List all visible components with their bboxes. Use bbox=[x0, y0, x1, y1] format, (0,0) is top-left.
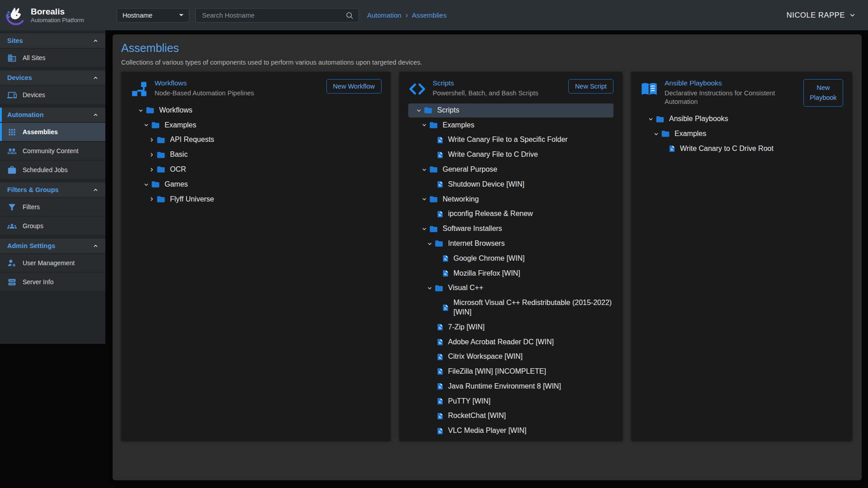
tree-folder-games[interactable]: Games bbox=[130, 178, 382, 192]
breadcrumb-assemblies[interactable]: Assemblies bbox=[412, 11, 447, 19]
tree-file-citrix-workspace-win[interactable]: Citrix Workspace [WIN] bbox=[408, 350, 613, 364]
tree-file-mozilla-firefox-win[interactable]: Mozilla Firefox [WIN] bbox=[408, 267, 613, 281]
tree-node-label: Examples bbox=[443, 121, 474, 130]
chevron-down-icon[interactable] bbox=[646, 115, 656, 124]
tree-file-google-chrome-win[interactable]: Google Chrome [WIN] bbox=[408, 252, 613, 266]
breadcrumb-automation[interactable]: Automation bbox=[367, 11, 401, 19]
tree-folder-ansible-playbooks[interactable]: Ansible Playbooks bbox=[640, 112, 843, 126]
sidebar-section-header-sites[interactable]: Sites bbox=[0, 33, 105, 48]
hostname-filter-select[interactable]: Hostname bbox=[117, 8, 189, 23]
tree-file-java-runtime-environment-8-win[interactable]: Java Runtime Environment 8 [WIN] bbox=[408, 380, 613, 394]
sidebar-item-groups[interactable]: Groups bbox=[0, 217, 105, 235]
chevron-down-icon[interactable] bbox=[425, 239, 434, 248]
chevron-down-icon[interactable] bbox=[425, 284, 434, 293]
tree-folder-api-requests[interactable]: API Requests bbox=[130, 133, 382, 147]
tree-node-label: Scripts bbox=[437, 106, 459, 115]
sidebar-item-server-info[interactable]: Server Info bbox=[0, 273, 105, 291]
tree-node-label: General Purpose bbox=[443, 165, 497, 174]
sidebar-item-label: Community Content bbox=[23, 147, 79, 155]
search-input[interactable] bbox=[201, 11, 345, 19]
tree-folder-networking[interactable]: Networking bbox=[408, 192, 613, 206]
tree-folder-internet-browsers[interactable]: Internet Browsers bbox=[408, 237, 613, 251]
sidebar-section-header-devices[interactable]: Devices bbox=[0, 70, 105, 85]
chevron-down-icon[interactable] bbox=[419, 165, 429, 174]
folder-icon bbox=[429, 225, 438, 234]
chevron-right-icon[interactable] bbox=[146, 136, 156, 145]
folder-icon bbox=[156, 136, 165, 145]
chevron-down-icon[interactable] bbox=[419, 195, 429, 204]
sidebar-item-devices[interactable]: Devices bbox=[0, 86, 105, 104]
sidebar-section-header-admin-settings[interactable]: Admin Settings bbox=[0, 239, 105, 253]
tree-file-filezilla-win-incomplete[interactable]: FileZilla [WIN] [INCOMPLETE] bbox=[408, 365, 613, 379]
sidebar-item-label: Scheduled Jobs bbox=[23, 166, 68, 174]
tree-file-adobe-acrobat-reader-dc-win[interactable]: Adobe Acrobat Reader DC [WIN] bbox=[408, 335, 613, 349]
sidebar-item-scheduled-jobs[interactable]: Scheduled Jobs bbox=[0, 161, 105, 179]
tree-file-write-canary-to-c-drive-root[interactable]: Write Canary to C Drive Root bbox=[640, 142, 843, 156]
tree-folder-scripts[interactable]: Scripts bbox=[408, 103, 613, 117]
tree-folder-general-purpose[interactable]: General Purpose bbox=[408, 163, 613, 177]
file-icon bbox=[436, 338, 444, 347]
tree-file-shutdown-device-win[interactable]: Shutdown Device [WIN] bbox=[408, 178, 613, 192]
tree-folder-software-installers[interactable]: Software Installers bbox=[408, 222, 613, 236]
chevron-down-icon[interactable] bbox=[419, 121, 429, 130]
folder-icon bbox=[156, 195, 165, 204]
tree-file-putty-win[interactable]: PuTTY [WIN] bbox=[408, 394, 613, 408]
tree-folder-ocr[interactable]: OCR bbox=[130, 163, 382, 177]
tree-folder-examples[interactable]: Examples bbox=[130, 118, 382, 132]
chevron-down-icon[interactable] bbox=[651, 129, 661, 138]
chevron-right-icon[interactable] bbox=[146, 195, 156, 204]
chevron-down-icon[interactable] bbox=[414, 106, 424, 115]
folder-icon bbox=[156, 150, 165, 160]
tree-file-write-canary-file-to-a-specific-folder[interactable]: Write Canary File to a Specific Folder bbox=[408, 133, 613, 147]
sidebar-section-header-automation[interactable]: Automation bbox=[0, 108, 105, 122]
tree-node-label: VLC Media Player [WIN] bbox=[448, 426, 526, 436]
tree-folder-examples[interactable]: Examples bbox=[640, 127, 843, 141]
file-icon bbox=[436, 136, 444, 145]
brand: Borealis Automation Platform bbox=[0, 5, 105, 26]
chevron-right-icon: › bbox=[406, 12, 408, 19]
sidebar-item-filters[interactable]: Filters bbox=[0, 198, 105, 216]
sidebar-item-label: Assemblies bbox=[23, 128, 58, 136]
tree-node-label: ipconfig Release & Renew bbox=[448, 209, 533, 219]
tree-folder-workflows[interactable]: Workflows bbox=[130, 103, 382, 117]
sidebar-section-header-filters-groups[interactable]: Filters & Groups bbox=[0, 183, 105, 197]
chevron-up-icon bbox=[92, 187, 99, 193]
file-icon bbox=[442, 254, 449, 263]
workflows-card-title: Workflows bbox=[155, 79, 320, 87]
tree-node-label: FileZilla [WIN] [INCOMPLETE] bbox=[448, 367, 546, 376]
chevron-down-icon[interactable] bbox=[419, 225, 429, 234]
new-playbook-button[interactable]: New Playbook bbox=[803, 79, 843, 107]
tree-folder-basic[interactable]: Basic bbox=[130, 148, 382, 162]
tree-file-write-canary-file-to-c-drive[interactable]: Write Canary File to C Drive bbox=[408, 148, 613, 162]
sidebar-item-community-content[interactable]: Community Content bbox=[0, 142, 105, 160]
tree-folder-examples[interactable]: Examples bbox=[408, 118, 613, 132]
sidebar-section-sites: SitesAll Sites bbox=[0, 33, 105, 67]
tree-folder-visual-c[interactable]: Visual C++ bbox=[408, 281, 613, 295]
tree-node-label: Examples bbox=[165, 121, 196, 130]
tree-file-7-zip-win[interactable]: 7-Zip [WIN] bbox=[408, 320, 613, 334]
tree-node-label: Adobe Acrobat Reader DC [WIN] bbox=[448, 338, 554, 347]
tree-file-ipconfig-release-renew[interactable]: ipconfig Release & Renew bbox=[408, 207, 613, 221]
file-icon bbox=[436, 210, 444, 219]
sidebar-item-user-management[interactable]: User Management bbox=[0, 254, 105, 272]
chevron-down-icon[interactable] bbox=[136, 106, 146, 115]
file-icon bbox=[436, 427, 444, 436]
tree-file-microsoft-visual-c-redistributable-2015-2022-win[interactable]: Microsoft Visual C++ Redistributable (20… bbox=[408, 296, 613, 319]
new-script-button[interactable]: New Script bbox=[568, 79, 613, 94]
search-hostname-box[interactable] bbox=[195, 8, 359, 23]
new-workflow-button[interactable]: New Workflow bbox=[326, 79, 382, 94]
section-label: Automation bbox=[7, 111, 44, 118]
tree-file-rocketchat-win[interactable]: RocketChat [WIN] bbox=[408, 409, 613, 423]
tree-node-label: Software Installers bbox=[443, 224, 502, 234]
chevron-right-icon[interactable] bbox=[146, 150, 156, 160]
book-icon bbox=[640, 80, 658, 98]
tree-file-vlc-media-player-win[interactable]: VLC Media Player [WIN] bbox=[408, 424, 613, 438]
user-menu[interactable]: NICOLE RAPPE bbox=[787, 11, 856, 19]
chevron-down-icon[interactable] bbox=[141, 121, 151, 130]
chevron-down-icon[interactable] bbox=[141, 180, 151, 189]
chevron-right-icon[interactable] bbox=[146, 165, 156, 174]
tree-folder-flyff-universe[interactable]: Flyff Universe bbox=[130, 192, 382, 206]
sidebar-section-admin-settings: Admin SettingsUser ManagementServer Info bbox=[0, 239, 105, 291]
sidebar-item-assemblies[interactable]: Assemblies bbox=[0, 123, 105, 141]
sidebar-item-all-sites[interactable]: All Sites bbox=[0, 49, 105, 67]
